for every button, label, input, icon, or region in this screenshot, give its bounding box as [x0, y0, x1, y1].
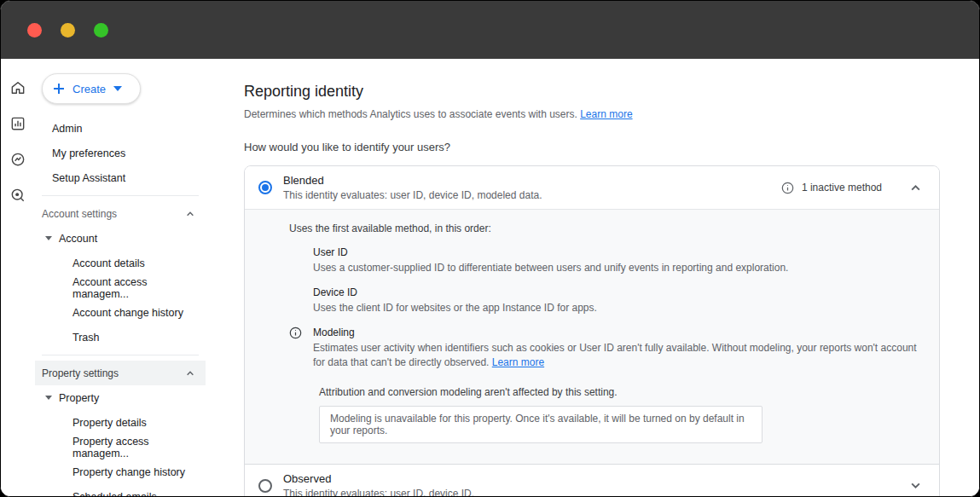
nav-rail-reports[interactable] — [8, 113, 28, 134]
blended-radio[interactable] — [258, 181, 272, 194]
method-name: Modeling — [313, 327, 922, 338]
sidebar-item-account-access-management[interactable]: Account access managem... — [35, 275, 206, 300]
home-icon — [9, 79, 26, 96]
sidebar-divider — [42, 195, 199, 196]
chevron-up-icon — [910, 182, 921, 194]
advertising-icon — [9, 187, 26, 204]
sidebar-item-property-details[interactable]: Property details — [35, 410, 206, 435]
sidebar-section-account-settings[interactable]: Account settings — [35, 201, 206, 226]
sidebar-nav: Admin My preferences Setup Assistant Acc… — [35, 116, 206, 496]
sidebar-item-trash[interactable]: Trash — [35, 325, 206, 350]
section-header-label: Property settings — [42, 367, 119, 379]
attribution-note: Attribution and conversion modeling aren… — [319, 386, 922, 398]
sidebar-item-label: Trash — [72, 332, 100, 344]
method-user-id: User ID Uses a customer-supplied ID to d… — [289, 246, 922, 275]
page-subtitle: Determines which methods Analytics uses … — [244, 108, 940, 120]
blended-collapse-button[interactable] — [905, 177, 925, 198]
observed-title: Observed — [283, 472, 879, 485]
sidebar-group-property[interactable]: Property — [35, 385, 206, 410]
section-header-label: Account settings — [42, 208, 117, 220]
method-description: Estimates user activity when identifiers… — [313, 341, 922, 368]
main-content: Reporting identity Determines which meth… — [244, 59, 979, 496]
nav-rail-explore[interactable] — [8, 149, 28, 170]
sidebar-item-label: Property access managem... — [72, 436, 206, 459]
option-observed-row[interactable]: Observed This identity evaluates: user I… — [245, 464, 939, 496]
sidebar-section-property-settings[interactable]: Property settings — [35, 361, 206, 385]
method-device-id: Device ID Uses the client ID for website… — [289, 286, 922, 315]
method-description: Uses the client ID for websites or the a… — [313, 301, 922, 315]
sidebar-item-account-change-history[interactable]: Account change history — [35, 300, 206, 325]
sidebar-divider — [42, 355, 199, 355]
method-description: Uses a customer-supplied ID to different… — [313, 261, 922, 275]
observed-description: This identity evaluates: user ID, device… — [283, 488, 879, 496]
sidebar-item-setup-assistant[interactable]: Setup Assistant — [35, 165, 206, 190]
app-window: Create Admin My preferences Setup Assist… — [0, 0, 980, 497]
caret-down-icon — [113, 86, 122, 91]
zoom-window-button[interactable] — [94, 23, 108, 38]
nav-rail-advertising[interactable] — [8, 185, 28, 205]
create-button-label: Create — [72, 83, 106, 95]
blended-right-group: 1 inactive method — [781, 177, 925, 198]
blended-details-panel: Uses the first available method, in this… — [245, 209, 939, 464]
traffic-lights — [27, 23, 108, 38]
sidebar-item-my-preferences[interactable]: My preferences — [35, 141, 206, 165]
chevron-up-icon — [186, 210, 194, 218]
expander-triangle-icon — [45, 236, 52, 240]
chevron-down-icon — [910, 480, 921, 491]
nav-rail — [1, 59, 35, 496]
expander-triangle-icon — [45, 396, 52, 400]
explore-icon — [9, 151, 26, 168]
page-title: Reporting identity — [244, 83, 940, 101]
modeling-learn-more-link[interactable]: Learn more — [492, 356, 544, 368]
sidebar-item-label: Account change history — [72, 307, 183, 319]
method-description-text: Estimates user activity when identifiers… — [313, 342, 917, 367]
sidebar-item-label: Setup Assistant — [52, 172, 125, 184]
sidebar-item-label: Property details — [72, 417, 147, 429]
group-label: Property — [59, 392, 99, 404]
admin-sidebar: Create Admin My preferences Setup Assist… — [35, 59, 244, 496]
modeling-unavailable-note: Modeling is unavailable for this propert… — [319, 406, 763, 443]
identity-question: How would you like to identify your user… — [244, 141, 940, 153]
sidebar-item-admin[interactable]: Admin — [35, 116, 206, 141]
info-icon — [289, 327, 302, 339]
sidebar-item-label: Account access managem... — [72, 276, 206, 300]
plus-icon — [53, 83, 65, 95]
sidebar-item-label: Scheduled emails — [72, 491, 157, 497]
chevron-up-icon — [186, 369, 194, 378]
sidebar-item-label: Admin — [52, 123, 82, 135]
method-modeling: Modeling Estimates user activity when id… — [289, 327, 922, 368]
observed-radio[interactable] — [258, 479, 272, 493]
close-window-button[interactable] — [27, 23, 42, 38]
minimize-window-button[interactable] — [61, 23, 75, 38]
sidebar-item-label: Property change history — [72, 466, 185, 478]
window-content: Create Admin My preferences Setup Assist… — [1, 59, 979, 496]
observed-texts: Observed This identity evaluates: user I… — [283, 472, 879, 496]
identity-options-card: Blended This identity evaluates: user ID… — [244, 165, 940, 496]
nav-rail-home[interactable] — [8, 78, 28, 98]
sidebar-item-property-change-history[interactable]: Property change history — [35, 459, 206, 484]
sidebar-item-label: Account details — [72, 257, 145, 269]
sidebar-group-account[interactable]: Account — [35, 226, 206, 251]
create-button[interactable]: Create — [42, 73, 141, 104]
page-subtitle-text: Determines which methods Analytics uses … — [244, 108, 577, 120]
blended-title: Blended — [283, 174, 770, 187]
option-blended-row[interactable]: Blended This identity evaluates: user ID… — [245, 166, 939, 209]
learn-more-link[interactable]: Learn more — [580, 108, 632, 120]
blended-description: This identity evaluates: user ID, device… — [283, 189, 770, 201]
info-icon[interactable] — [781, 182, 794, 194]
sidebar-item-label: My preferences — [52, 147, 125, 159]
panel-intro: Uses the first available method, in this… — [289, 222, 922, 234]
method-name: User ID — [313, 246, 922, 258]
blended-texts: Blended This identity evaluates: user ID… — [283, 174, 770, 201]
inactive-method-badge: 1 inactive method — [802, 182, 882, 194]
observed-expand-button[interactable] — [905, 476, 925, 496]
method-name: Device ID — [313, 286, 922, 298]
reports-icon — [9, 115, 26, 132]
sidebar-item-scheduled-emails[interactable]: Scheduled emails — [35, 484, 206, 496]
sidebar-item-property-access-management[interactable]: Property access managem... — [35, 435, 206, 459]
group-label: Account — [59, 233, 97, 245]
observed-right-group — [890, 476, 925, 496]
sidebar-item-account-details[interactable]: Account details — [35, 251, 206, 275]
window-titlebar — [1, 1, 979, 59]
